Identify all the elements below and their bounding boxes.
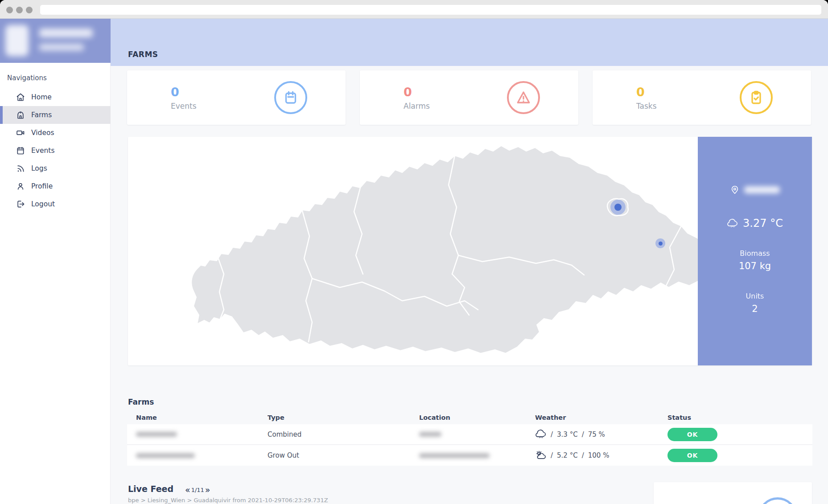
browser-window: FARMS Navigations Home Farms [0,0,828,504]
sidebar-item-home[interactable]: Home [0,88,111,106]
sidebar-item-label: Farms [31,111,52,119]
weather-cell: / 5.2 °C / 100 % [535,450,667,461]
sidebar-item-farms[interactable]: Farms [0,106,111,124]
nav-menu: Home Farms Videos Events Logs [0,88,111,213]
sidebar-item-label: Logs [31,164,47,172]
sidebar-item-events[interactable]: Events [0,142,111,160]
video-camera-icon [758,497,797,504]
status-badge: OK [667,428,717,441]
cloud-rain-icon [727,218,738,229]
sidebar-item-videos[interactable]: Videos [0,124,111,142]
map-pin-icon [730,185,740,195]
alarms-label: Alarms [404,102,430,111]
weather-cell: / 3.3 °C / 75 % [535,429,667,440]
farms-map: 3.27 °C Biomass 107 kg Units 2 [128,137,812,365]
videos-count-card: 11 [654,482,812,504]
events-count: 0 [171,85,197,99]
farm-location-row [698,185,812,195]
sidebar-item-label: Events [31,147,54,155]
farm-temperature-row: 3.27 °C [698,217,812,229]
farm-summary-panel: 3.27 °C Biomass 107 kg Units 2 [698,137,812,365]
farm-location-redacted [744,186,780,193]
alert-triangle-icon [507,81,540,114]
cloud-rain-icon [535,429,547,440]
separator: / [551,430,553,438]
farms-table-title: Farms [128,397,154,406]
sidebar-item-profile[interactable]: Profile [0,177,111,195]
farms-table-header: Name Type Location Weather Status [127,412,812,423]
sidebar-item-logs[interactable]: Logs [0,160,111,177]
browser-chrome [0,0,828,19]
separator: / [582,430,584,438]
austria-map[interactable] [152,140,710,361]
events-stat-card: 0 Events [127,70,346,125]
column-location: Location [419,414,535,421]
logout-icon [16,200,25,209]
biomass-label: Biomass [698,249,812,258]
clipboard-check-icon [740,81,773,114]
farm-type: Combined [268,430,419,438]
marker-dot [614,204,622,211]
window-minimize-button[interactable] [16,7,23,13]
farm-location-redacted [419,453,490,458]
alarms-stat-card: 0 Alarms [360,70,578,125]
units-value: 2 [698,303,812,314]
events-label: Events [171,102,197,111]
farm-name-redacted [136,453,195,458]
column-type: Type [268,414,419,421]
farm-type: Grow Out [268,451,419,459]
prev-page-button[interactable]: « [185,485,190,495]
farm-location-redacted [419,432,441,437]
rss-icon [16,164,25,173]
sidebar-item-label: Profile [31,182,53,190]
alarms-count: 0 [404,85,430,99]
column-status: Status [667,414,812,421]
table-row[interactable]: Grow Out / 5.2 °C / 100 % OK [127,445,812,466]
sidebar-item-label: Videos [31,129,54,137]
weather-humidity: 75 % [588,430,605,438]
tasks-stat-card: 0 Tasks [593,70,811,125]
sidebar-item-label: Logout [31,200,55,208]
status-badge: OK [667,449,717,462]
calendar-icon [16,146,25,155]
tasks-label: Tasks [636,102,657,111]
cloud-sun-icon [535,450,547,461]
separator: / [551,451,553,459]
next-page-button[interactable]: » [205,485,210,495]
weather-temp: 3.3 °C [557,430,578,438]
page-header [111,19,828,66]
address-bar[interactable] [40,5,821,15]
separator: / [582,451,584,459]
map-marker-vienna[interactable] [610,200,626,215]
calendar-icon [274,81,307,114]
barn-icon [16,111,25,119]
home-icon [16,93,25,102]
window-close-button[interactable] [6,7,13,13]
nav-section-label: Navigations [7,74,47,82]
sidebar: Navigations Home Farms Videos Events [0,19,111,504]
page-title: FARMS [128,50,158,59]
sidebar-item-logout[interactable]: Logout [0,195,111,213]
live-feed-breadcrumb: bpe > Liesing_Wien > Guadalquivir from 2… [128,497,328,504]
live-feed-title: Live Feed [128,484,173,494]
column-name: Name [136,414,268,421]
sidebar-item-label: Home [31,93,52,101]
page-indicator: 1/11 [191,487,204,493]
window-zoom-button[interactable] [26,7,33,13]
weather-humidity: 100 % [588,451,610,459]
map-marker-zicksee[interactable] [655,238,665,248]
app-logo [0,19,111,63]
weather-temp: 5.2 °C [557,451,578,459]
tasks-count: 0 [636,85,657,99]
table-row[interactable]: Combined / 3.3 °C / 75 % OK [127,424,812,445]
live-feed-pager: « 1/11 » [185,485,210,495]
farm-name-redacted [136,432,177,437]
units-label: Units [698,292,812,300]
video-camera-icon [16,128,25,137]
biomass-value: 107 kg [698,261,812,271]
logo-text-redacted [39,29,93,37]
logo-text-redacted [39,44,84,51]
app-root: FARMS Navigations Home Farms [0,19,828,504]
logo-mark-redacted [5,25,29,56]
farm-temperature: 3.27 °C [743,217,783,229]
